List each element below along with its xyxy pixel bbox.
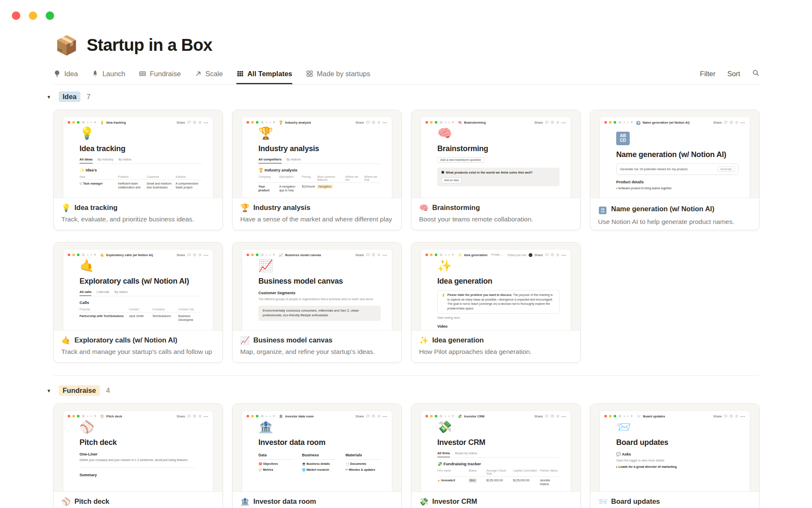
template-card-brainstorming[interactable]: ‹›+🧠BrainstormingShare•••🧠BrainstormingA… — [411, 110, 581, 230]
star-icon — [377, 414, 381, 418]
mini-share-label: Share — [356, 121, 364, 124]
mini-browser-window: ‹›+🏦Investor data roomShare•••🏦Investor … — [242, 411, 392, 492]
tab-all-templates[interactable]: All Templates — [236, 70, 292, 84]
mini-page-emoji: 💸 — [437, 420, 452, 433]
template-card-pitch-deck[interactable]: ‹›+⚾Pitch deckShare•••⚾Pitch deckOne-Lin… — [53, 403, 223, 508]
mini-browser-bar: ‹›+✨Idea generationPrivate ⌄Edited just … — [421, 250, 571, 260]
card-description: Track, evaluate, and prioritize business… — [61, 215, 215, 223]
back-icon: ‹ — [445, 121, 446, 124]
tab-fundraise[interactable]: Fundraise — [139, 70, 181, 84]
search-icon[interactable] — [752, 69, 760, 78]
template-card-exploratory-calls-w-notion-ai[interactable]: ‹›+🤙Exploratory calls (w/ Notion AI)Shar… — [53, 242, 223, 363]
card-description: How Pilot approaches idea generation. — [419, 348, 573, 356]
card-thumbnail: ‹›+⚾Pitch deckShare•••⚾Pitch deckOne-Lin… — [54, 404, 222, 492]
mini-browser-bar: ‹›+ABCDName generation (w/ Notion AI)Sha… — [600, 117, 749, 127]
template-card-board-updates[interactable]: ‹›+📨Board updatesShare•••📨Board updates💬… — [590, 403, 760, 508]
more-icon: ••• — [741, 414, 745, 418]
tab-launch[interactable]: Launch — [91, 70, 125, 84]
card-grid: ‹›+💡Idea trackingShare•••💡Idea trackingA… — [53, 110, 760, 363]
close-button[interactable] — [12, 11, 20, 20]
mini-page: 📨Board updates💬 AsksOpen the toggle to v… — [600, 421, 749, 469]
new-tab-icon: + — [273, 121, 275, 124]
back-icon: ‹ — [624, 121, 625, 124]
mini-table-header: CompanyDescriptionPricingMost common fea… — [258, 175, 381, 183]
card-footer: ✨Idea generationHow Pilot approaches ide… — [411, 331, 580, 356]
mini-bold-text: Customer Segments — [258, 291, 381, 295]
card-title: Business model canvas — [253, 336, 332, 344]
star-icon — [198, 253, 202, 257]
card-title: Name generation (w/ Notion AI) — [611, 205, 714, 213]
template-card-industry-analysis[interactable]: ‹›+🏆Industry analysisShare•••🏆Industry a… — [232, 110, 402, 230]
mini-browser-window: ‹›+⚾Pitch deckShare•••⚾Pitch deckOne-Lin… — [63, 411, 213, 492]
forward-icon: › — [91, 414, 92, 418]
minimize-button[interactable] — [29, 11, 37, 20]
tab-idea[interactable]: Idea — [53, 70, 78, 84]
more-icon: ••• — [562, 121, 566, 124]
filter-button[interactable]: Filter — [700, 70, 716, 78]
section-toggle-icon[interactable]: ▼ — [47, 94, 52, 99]
card-emoji-icon: 💸 — [419, 498, 428, 505]
mini-section-title: Calls — [80, 300, 202, 305]
mini-page: 🧠BrainstormingAdd a new brainstorm quest… — [421, 127, 571, 186]
mini-browser-window: ‹›+🏆Industry analysisShare•••🏆Industry a… — [242, 117, 392, 198]
mini-page: 🏆Industry analysisAll competitorsBy feat… — [242, 127, 392, 193]
template-card-investor-crm[interactable]: ‹›+💸Investor CRMShare•••💸Investor CRMAll… — [411, 403, 581, 508]
tab-label: Scale — [206, 70, 223, 78]
card-title: Board updates — [611, 497, 660, 505]
more-icon: ••• — [204, 121, 208, 124]
more-icon: ••• — [741, 121, 745, 124]
more-icon: ••• — [562, 253, 566, 257]
tab-scale[interactable]: Scale — [195, 70, 223, 84]
section-toggle-icon[interactable]: ▼ — [47, 388, 52, 393]
mini-section-title: ✨ Idea's — [80, 168, 202, 172]
clock-icon — [551, 253, 554, 257]
card-footer: 📨Board updates — [590, 492, 759, 508]
mini-browser-window: ‹›+💸Investor CRMShare•••💸Investor CRMAll… — [421, 411, 571, 492]
star-icon — [556, 414, 560, 418]
more-icon: ••• — [204, 253, 208, 257]
mini-page-emoji: 🤙 — [80, 259, 94, 272]
template-card-investor-data-room[interactable]: ‹›+🏦Investor data roomShare•••🏦Investor … — [232, 403, 402, 508]
forward-icon: › — [91, 121, 92, 124]
card-title-row: ⚾Pitch deck — [61, 497, 215, 505]
window-controls[interactable] — [12, 11, 54, 20]
mini-page: ✨Idea generation💡Please state the proble… — [421, 260, 571, 331]
sort-button[interactable]: Sort — [727, 70, 740, 78]
hamburger-icon — [82, 253, 85, 257]
mini-page-emoji-icon: 🏆 — [279, 121, 283, 124]
card-emoji-icon: 🏆 — [240, 204, 250, 212]
mini-table-row: ☑Task managerInefficient team collaborat… — [80, 182, 202, 190]
bubble-icon — [366, 414, 370, 418]
mini-browser-title: Pitch deck — [106, 414, 122, 418]
back-icon: ‹ — [445, 414, 446, 418]
mini-page-emoji: 📈 — [258, 259, 273, 272]
clock-icon — [372, 121, 375, 124]
mini-page-emoji: 🧠 — [437, 127, 452, 140]
bubble-icon — [545, 414, 549, 418]
template-card-idea-tracking[interactable]: ‹›+💡Idea trackingShare•••💡Idea trackingA… — [53, 110, 223, 230]
template-card-idea-generation[interactable]: ‹›+✨Idea generationPrivate ⌄Edited just … — [411, 242, 581, 363]
zoom-button[interactable] — [46, 11, 54, 20]
mini-page-emoji-icon: 🏦 — [279, 414, 283, 418]
section-badge: Idea — [59, 91, 80, 102]
mini-browser-bar: ‹›+📈Business model canvasShare••• — [242, 250, 392, 260]
card-title-row: ABCDName generation (w/ Notion AI) — [598, 204, 752, 214]
forward-icon: › — [448, 414, 450, 418]
mini-page-emoji-icon: 💸 — [458, 414, 462, 418]
card-title: Brainstorming — [432, 204, 480, 212]
page-title: Startup in a Box — [87, 36, 212, 55]
card-description: Boost your teams remote collaboration. — [419, 215, 573, 223]
tab-made-by-startups[interactable]: Made by startups — [306, 70, 370, 84]
clock-icon — [193, 253, 196, 257]
mini-page-heading: Idea generation — [437, 277, 560, 286]
tab-label: Launch — [102, 70, 125, 78]
card-title-row: 🤙Exploratory calls (w/ Notion AI) — [61, 336, 215, 344]
mini-page: 🤙Exploratory calls (w/ Notion AI)All cal… — [63, 260, 213, 322]
card-title: Idea generation — [432, 336, 484, 344]
mini-page-emoji: 💡 — [80, 127, 94, 140]
tab-all-templates-icon — [236, 70, 244, 77]
back-icon: ‹ — [445, 253, 446, 257]
template-card-business-model-canvas[interactable]: ‹›+📈Business model canvasShare•••📈Busine… — [232, 242, 402, 363]
template-card-name-generation-w-notion-ai[interactable]: ‹›+ABCDName generation (w/ Notion AI)Sha… — [590, 110, 760, 230]
mini-view-tabs: All ideasBy industryBy status — [80, 157, 202, 164]
